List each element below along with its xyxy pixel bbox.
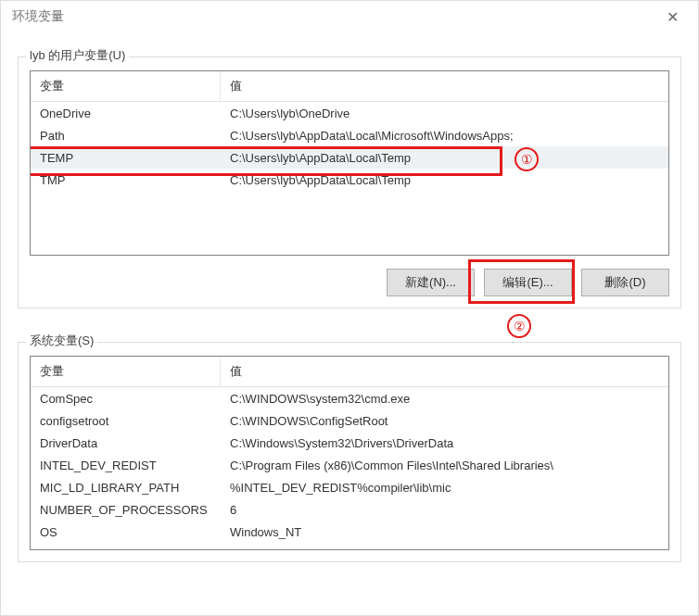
var-value: C:\Users\lyb\AppData\Local\Temp <box>221 146 668 169</box>
table-row[interactable]: MIC_LD_LIBRARY_PATH%INTEL_DEV_REDIST%com… <box>31 476 668 498</box>
var-value: Windows_NT <box>221 521 668 543</box>
var-name: ComSpec <box>31 387 221 409</box>
annotation-circle-2: ② <box>507 314 531 338</box>
system-vars-header: 变量 值 <box>31 357 668 387</box>
user-vars-list[interactable]: 变量 值 OneDriveC:\Users\lyb\OneDrivePathC:… <box>30 70 669 256</box>
var-name: INTEL_DEV_REDIST <box>31 454 221 476</box>
window-title: 环境变量 <box>12 8 64 25</box>
col-header-name[interactable]: 变量 <box>31 71 221 101</box>
var-value: C:\Windows\System32\Drivers\DriverData <box>221 432 668 454</box>
user-vars-groupbox: lyb 的用户变量(U) 变量 值 OneDriveC:\Users\lyb\O… <box>18 57 681 308</box>
var-value: C:\WINDOWS\system32\cmd.exe <box>221 387 668 409</box>
col-header-value[interactable]: 值 <box>221 71 668 101</box>
table-row[interactable]: NUMBER_OF_PROCESSORS6 <box>31 498 668 521</box>
var-name: NUMBER_OF_PROCESSORS <box>31 498 221 521</box>
system-vars-groupbox: 系统变量(S) 变量 值 ComSpecC:\WINDOWS\system32\… <box>18 342 681 562</box>
table-row[interactable]: TMPC:\Users\lyb\AppData\Local\Temp <box>31 169 668 191</box>
table-row[interactable]: OneDriveC:\Users\lyb\OneDrive <box>31 102 668 124</box>
close-icon: ✕ <box>667 8 679 26</box>
table-row[interactable]: DriverDataC:\Windows\System32\Drivers\Dr… <box>31 432 668 454</box>
table-row[interactable]: INTEL_DEV_REDISTC:\Program Files (x86)\C… <box>31 454 668 476</box>
var-value: C:\Program Files (x86)\Common Files\Inte… <box>221 454 668 476</box>
col-header-name[interactable]: 变量 <box>31 357 221 386</box>
system-vars-legend: 系统变量(S) <box>26 333 97 349</box>
col-header-value[interactable]: 值 <box>221 357 668 386</box>
new-button[interactable]: 新建(N)... <box>387 269 475 296</box>
var-name: OS <box>31 521 221 543</box>
delete-button[interactable]: 删除(D) <box>581 269 669 296</box>
close-button[interactable]: ✕ <box>652 3 693 31</box>
table-row[interactable]: configsetrootC:\WINDOWS\ConfigSetRoot <box>31 409 668 432</box>
user-vars-header: 变量 值 <box>31 71 668 102</box>
var-value: 6 <box>221 498 668 521</box>
var-name: MIC_LD_LIBRARY_PATH <box>31 476 221 498</box>
var-name: TMP <box>31 169 221 191</box>
table-row[interactable]: OSWindows_NT <box>31 521 668 543</box>
var-value: %INTEL_DEV_REDIST%compiler\lib\mic <box>221 476 668 498</box>
user-vars-legend: lyb 的用户变量(U) <box>26 47 129 64</box>
var-name: DriverData <box>31 432 221 454</box>
var-value: C:\Users\lyb\OneDrive <box>221 102 668 124</box>
var-value: C:\Users\lyb\AppData\Local\Microsoft\Win… <box>221 124 668 146</box>
titlebar: 环境变量 ✕ <box>1 1 698 32</box>
table-row[interactable]: PathC:\Users\lyb\AppData\Local\Microsoft… <box>31 124 668 146</box>
var-name: TEMP <box>31 146 221 169</box>
var-name: Path <box>31 124 221 146</box>
table-row[interactable]: TEMPC:\Users\lyb\AppData\Local\Temp <box>31 146 668 169</box>
var-name: OneDrive <box>31 102 221 124</box>
system-vars-list[interactable]: 变量 值 ComSpecC:\WINDOWS\system32\cmd.exec… <box>30 356 669 550</box>
table-row[interactable]: ComSpecC:\WINDOWS\system32\cmd.exe <box>31 387 668 409</box>
var-name: configsetroot <box>31 409 221 432</box>
var-value: C:\WINDOWS\ConfigSetRoot <box>221 409 668 432</box>
var-value: C:\Users\lyb\AppData\Local\Temp <box>221 169 668 191</box>
user-vars-buttons: 新建(N)... 编辑(E)... 删除(D) <box>30 269 669 296</box>
edit-button[interactable]: 编辑(E)... <box>484 269 572 296</box>
env-vars-dialog: 环境变量 ✕ lyb 的用户变量(U) 变量 值 OneDriveC:\User… <box>0 0 699 616</box>
dialog-content: lyb 的用户变量(U) 变量 值 OneDriveC:\Users\lyb\O… <box>1 32 698 572</box>
